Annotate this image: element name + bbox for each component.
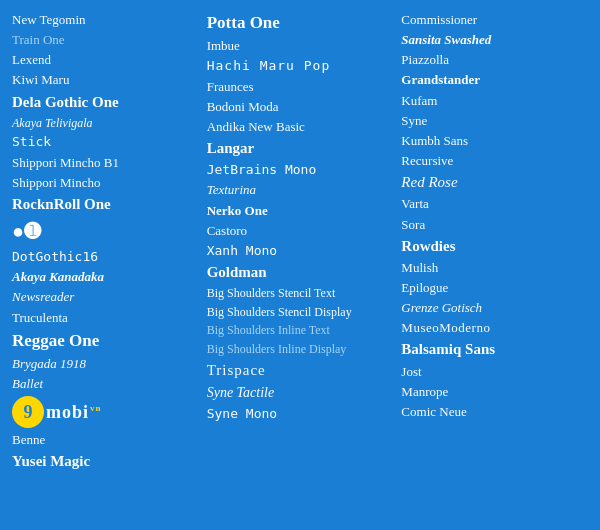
logo-circle: 9: [12, 396, 44, 428]
list-item[interactable]: Grandstander: [401, 70, 588, 90]
list-item[interactable]: Texturina: [207, 180, 394, 200]
list-item[interactable]: Fraunces: [207, 77, 394, 97]
list-item[interactable]: MuseoModerno: [401, 318, 588, 338]
list-item[interactable]: Benne: [12, 430, 199, 450]
list-item[interactable]: Grenze Gotisch: [401, 298, 588, 318]
list-item[interactable]: Sansita Swashed: [401, 30, 588, 50]
list-item[interactable]: Lexend: [12, 50, 199, 70]
list-item[interactable]: ●➊: [12, 216, 199, 247]
logo-area[interactable]: 9 mobivn: [12, 396, 199, 428]
list-item[interactable]: Akaya Telivigala: [12, 114, 199, 133]
list-item[interactable]: Ballet: [12, 374, 199, 394]
list-item[interactable]: Dela Gothic One: [12, 91, 199, 114]
list-item[interactable]: Syne Mono: [207, 404, 394, 424]
list-item[interactable]: Truculenta: [12, 308, 199, 328]
list-item[interactable]: Big Shoulders Inline Text: [207, 321, 394, 340]
list-item[interactable]: Red Rose: [401, 171, 588, 194]
list-item[interactable]: Comic Neue: [401, 402, 588, 422]
list-item[interactable]: Syne: [401, 111, 588, 131]
column-2: Potta One Imbue Hachi Maru Pop Fraunces …: [203, 10, 398, 520]
list-item[interactable]: Nerko One: [207, 201, 394, 221]
list-item[interactable]: Manrope: [401, 382, 588, 402]
list-item[interactable]: JetBrains Mono: [207, 160, 394, 180]
logo-text: mobivn: [46, 402, 102, 423]
list-item[interactable]: Recursive: [401, 151, 588, 171]
main-container: New Tegomin Train One Lexend Kiwi Maru D…: [0, 0, 600, 530]
list-item[interactable]: Jost: [401, 362, 588, 382]
list-item[interactable]: Syne Tactile: [207, 382, 394, 404]
list-item[interactable]: Stick: [12, 132, 199, 152]
list-item[interactable]: Bodoni Moda: [207, 97, 394, 117]
list-item[interactable]: Imbue: [207, 36, 394, 56]
logo-number: 9: [24, 402, 33, 423]
list-item[interactable]: Yusei Magic: [12, 450, 199, 473]
list-item[interactable]: Goldman: [207, 261, 394, 284]
logo-suffix: vn: [90, 403, 102, 413]
list-item[interactable]: RocknRoll One: [12, 193, 199, 216]
list-item[interactable]: Langar: [207, 137, 394, 160]
list-item[interactable]: Xanh Mono: [207, 241, 394, 261]
list-item[interactable]: Mulish: [401, 258, 588, 278]
list-item[interactable]: Newsreader: [12, 287, 199, 307]
list-item[interactable]: Akaya Kanadaka: [12, 267, 199, 287]
list-item[interactable]: Shippori Mincho B1: [12, 153, 199, 173]
list-item[interactable]: Commissioner: [401, 10, 588, 30]
list-item[interactable]: DotGothic16: [12, 247, 199, 267]
column-1: New Tegomin Train One Lexend Kiwi Maru D…: [8, 10, 203, 520]
list-item[interactable]: Balsamiq Sans: [401, 338, 588, 361]
list-item[interactable]: Shippori Mincho: [12, 173, 199, 193]
list-item[interactable]: Trispace: [207, 359, 394, 382]
list-item[interactable]: Potta One: [207, 10, 394, 36]
list-item[interactable]: Train One: [12, 30, 199, 50]
list-item[interactable]: Andika New Basic: [207, 117, 394, 137]
list-item[interactable]: Reggae One: [12, 328, 199, 354]
list-item[interactable]: Big Shoulders Inline Display: [207, 340, 394, 359]
list-item[interactable]: Big Shoulders Stencil Display: [207, 303, 394, 322]
list-item[interactable]: Big Shoulders Stencil Text: [207, 284, 394, 303]
list-item[interactable]: Kiwi Maru: [12, 70, 199, 90]
list-item[interactable]: Varta: [401, 194, 588, 214]
list-item[interactable]: Epilogue: [401, 278, 588, 298]
column-3: Commissioner Sansita Swashed Piazzolla G…: [397, 10, 592, 520]
list-item[interactable]: New Tegomin: [12, 10, 199, 30]
list-item[interactable]: Castoro: [207, 221, 394, 241]
list-item[interactable]: Kumbh Sans: [401, 131, 588, 151]
list-item[interactable]: Sora: [401, 215, 588, 235]
list-item[interactable]: Rowdies: [401, 235, 588, 258]
list-item[interactable]: Piazzolla: [401, 50, 588, 70]
list-item[interactable]: Brygada 1918: [12, 354, 199, 374]
list-item[interactable]: Hachi Maru Pop: [207, 56, 394, 76]
list-item[interactable]: Kufam: [401, 91, 588, 111]
